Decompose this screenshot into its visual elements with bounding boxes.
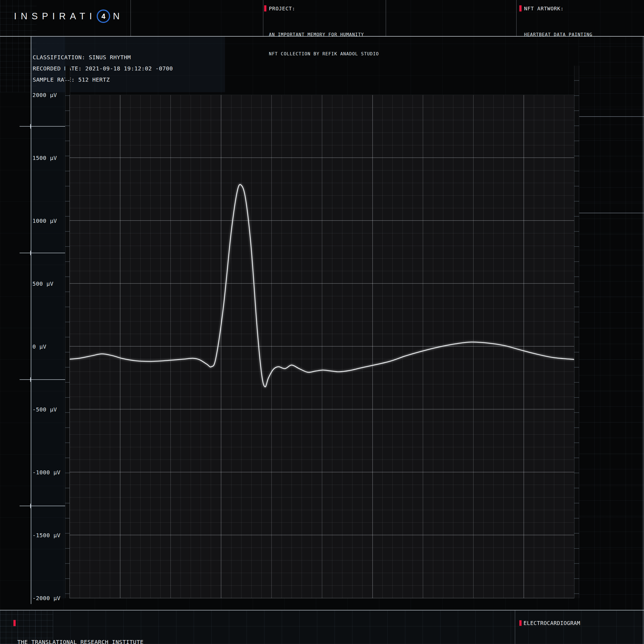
ecg-trace xyxy=(70,184,574,387)
classification-text: CLASSIFICATION: SINUS RHYTHM xyxy=(33,52,173,63)
y-axis-label: 1000 µV xyxy=(32,217,57,224)
red-marker-icon xyxy=(519,620,522,626)
y-axis-tick-line xyxy=(20,379,66,380)
header-divider xyxy=(263,0,263,36)
red-marker-icon xyxy=(13,620,16,626)
film-strip-right xyxy=(574,66,579,598)
nft-artwork-label: NFT ARTWORK: xyxy=(524,6,564,11)
sample-rate-text: SAMPLE RATE: 512 HERTZ xyxy=(33,74,173,85)
ecg-waveform-svg xyxy=(70,95,574,598)
y-axis-label: 500 µV xyxy=(32,280,53,287)
nft-artwork-block: NFT ARTWORK: HEARTBEAT DATA PAINTING xyxy=(519,5,593,51)
y-axis-tick-notch xyxy=(30,377,31,382)
y-axis-tick-notch xyxy=(30,504,31,508)
recorded-date-text: RECORDED DATE: 2021-09-18 19:12:02 -0700 xyxy=(33,63,173,74)
logo-circle-icon: 4 xyxy=(97,10,110,23)
y-axis-label: 1500 µV xyxy=(32,154,57,162)
y-axis-tick-line xyxy=(20,126,66,127)
axis-label-column-panel xyxy=(31,37,65,598)
right-rail-accent-line xyxy=(575,116,644,117)
logo-text-suffix: N xyxy=(113,11,124,22)
red-marker-icon xyxy=(519,5,522,11)
background-grid-right-rail xyxy=(579,37,644,610)
footer-divider-rule xyxy=(0,610,644,610)
y-axis-tick-line xyxy=(20,253,66,253)
y-axis-tick-notch xyxy=(30,124,31,129)
right-edge-line xyxy=(643,37,643,644)
inspiration4-logo: INSPIRATI 4 N xyxy=(14,10,124,23)
project-label: PROJECT: xyxy=(269,6,295,11)
recording-metadata: CLASSIFICATION: SINUS RHYTHM RECORDED DA… xyxy=(33,52,173,85)
footer-institute-block: THE TRANSLATIONAL RESEARCH INSTITUTE FOR… xyxy=(13,618,143,644)
red-marker-icon xyxy=(264,5,266,11)
y-axis-line xyxy=(31,37,31,604)
ecg-plot-area xyxy=(70,95,574,598)
ecg-trace-glow xyxy=(70,184,574,387)
electrocardiogram-label: ELECTROCARDIOGRAM xyxy=(524,620,580,626)
y-axis-label: -1500 µV xyxy=(32,532,60,539)
project-line2: NFT COLLECTION BY REFIK ANADOL STUDIO xyxy=(269,51,379,57)
y-axis-tick-notch xyxy=(30,251,31,255)
y-axis-label: -2000 µV xyxy=(32,595,60,602)
y-axis-tick-line xyxy=(20,506,66,506)
institute-line1: THE TRANSLATIONAL RESEARCH INSTITUTE xyxy=(17,637,143,644)
y-axis-label: -500 µV xyxy=(32,406,57,413)
nft-artwork-title: HEARTBEAT DATA PAINTING xyxy=(524,31,593,38)
y-axis-label: -1000 µV xyxy=(32,469,60,476)
right-rail-accent-line xyxy=(575,213,644,213)
logo-digit: 4 xyxy=(101,12,105,20)
nft-artwork-page: { "header": { "logo": { "prefix": "INSPI… xyxy=(0,0,644,644)
logo-text-prefix: INSPIRATI xyxy=(14,11,96,22)
y-axis-label: 2000 µV xyxy=(32,91,57,99)
header-divider xyxy=(386,0,386,36)
header-divider xyxy=(516,0,517,36)
project-line1: AN IMPORTANT MEMORY FOR HUMANITY xyxy=(269,31,379,38)
footer-ecg-block: ELECTROCARDIOGRAM xyxy=(519,620,580,626)
y-axis-label: 0 µV xyxy=(32,343,46,350)
project-block: PROJECT: AN IMPORTANT MEMORY FOR HUMANIT… xyxy=(264,5,379,70)
